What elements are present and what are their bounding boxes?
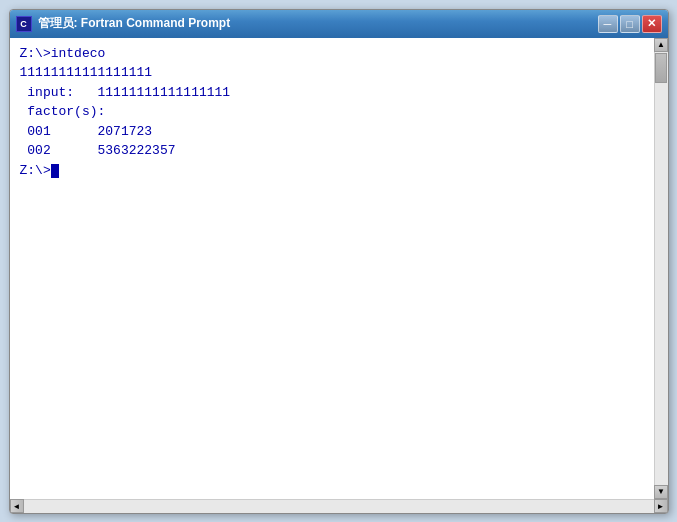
title-buttons: ─ □ ✕ [598, 15, 662, 33]
vertical-scrollbar[interactable]: ▲ ▼ [654, 38, 668, 499]
maximize-button[interactable]: □ [620, 15, 640, 33]
minimize-button[interactable]: ─ [598, 15, 618, 33]
terminal-line: factor(s): [20, 102, 644, 122]
scroll-right-button[interactable]: ► [654, 499, 668, 513]
scrollbar-thumb[interactable] [655, 53, 667, 83]
scrollbar-track [655, 52, 668, 485]
terminal-line: Z:\>intdeco [20, 44, 644, 64]
scroll-down-button[interactable]: ▼ [654, 485, 668, 499]
terminal-line: 11111111111111111 [20, 63, 644, 83]
cursor [51, 164, 59, 178]
terminal-line: Z:\> [20, 161, 644, 181]
command-prompt-window: C 管理员: Fortran Command Prompt ─ □ ✕ Z:\>… [9, 9, 669, 514]
close-button[interactable]: ✕ [642, 15, 662, 33]
terminal-line: 001 2071723 [20, 122, 644, 142]
scroll-up-button[interactable]: ▲ [654, 38, 668, 52]
terminal-line: input: 11111111111111111 [20, 83, 644, 103]
horizontal-scrollbar-track [24, 500, 654, 513]
title-bar: C 管理员: Fortran Command Prompt ─ □ ✕ [10, 10, 668, 38]
window-icon: C [16, 16, 32, 32]
horizontal-scrollbar: ◄ ► [10, 499, 668, 513]
window-title: 管理员: Fortran Command Prompt [38, 15, 231, 32]
terminal-line: 002 5363222357 [20, 141, 644, 161]
title-bar-left: C 管理员: Fortran Command Prompt [16, 15, 231, 32]
window-body: Z:\>intdeco11111111111111111 input: 1111… [10, 38, 668, 499]
terminal-output[interactable]: Z:\>intdeco11111111111111111 input: 1111… [10, 38, 654, 499]
scroll-left-button[interactable]: ◄ [10, 499, 24, 513]
